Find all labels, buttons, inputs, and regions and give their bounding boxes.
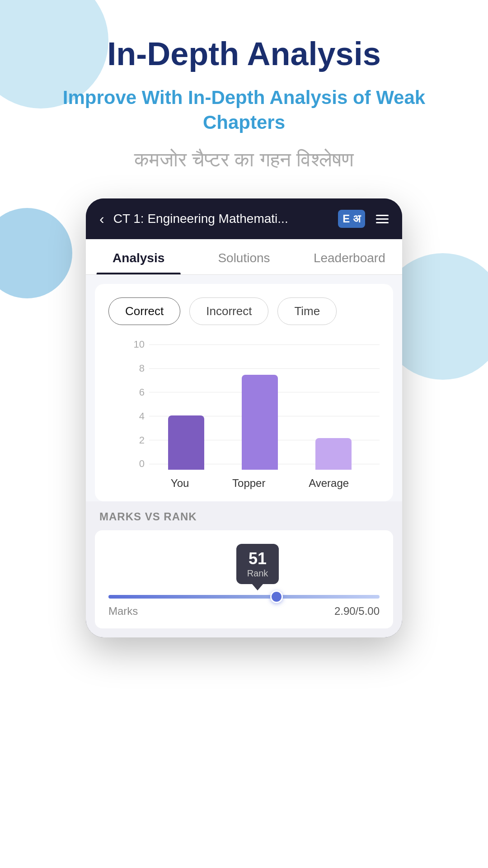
bar-labels-row: You Topper Average [149,477,371,490]
slider-track[interactable] [108,595,380,599]
rank-indicator: 51 Rank [108,544,380,584]
menu-icon[interactable] [376,215,389,223]
bar-you-group [168,415,204,470]
marks-rank-section: MARKS VS RANK 51 Rank [86,501,402,637]
header-icons: E अ [338,210,389,228]
main-title: In-Depth Analysis [107,36,380,72]
grid-label-10: 10 [127,339,145,350]
bar-label-you: You [171,477,189,490]
menu-line-3 [376,222,389,223]
grid-label-4: 4 [127,410,145,422]
filter-incorrect[interactable]: Incorrect [189,297,268,325]
phone-mockup: ‹ CT 1: Engineering Mathemati... E अ Ana… [86,198,402,637]
phone-header: ‹ CT 1: Engineering Mathemati... E अ [86,198,402,239]
bar-average [315,438,352,470]
subtitle-hindi: कमजोर चैप्टर का गहन विश्लेषण [107,148,381,171]
tabs-bar: Analysis Solutions Leaderboard [86,239,402,275]
grid-label-6: 6 [127,387,145,398]
bar-chart: 10 8 6 4 [108,339,380,492]
bar-topper [242,375,278,470]
rank-label: Rank [247,568,268,579]
chart-section: Correct Incorrect Time 10 8 [95,284,393,501]
slider-thumb[interactable] [270,590,283,603]
grid-label-8: 8 [127,363,145,374]
grid-label-0: 0 [127,458,145,470]
marks-label: Marks [108,605,138,618]
back-button[interactable]: ‹ [99,211,104,227]
bar-average-group [315,438,352,470]
phone-body: Analysis Solutions Leaderboard Correct I… [86,239,402,637]
header-title: CT 1: Engineering Mathemati... [113,212,338,226]
marks-rank-title: MARKS VS RANK [95,510,393,523]
rank-number: 51 [249,549,267,568]
marks-rank-card: 51 Rank Marks 2.90/5.00 [95,530,393,628]
bar-topper-group [242,375,278,470]
menu-line-2 [376,218,389,220]
tab-solutions[interactable]: Solutions [191,239,296,274]
menu-line-1 [376,215,389,216]
slider-footer: Marks 2.90/5.00 [108,605,380,618]
tab-analysis[interactable]: Analysis [86,239,191,274]
bars-container [149,339,371,470]
subtitle-english: Improve With In-Depth Analysis of Weak C… [0,85,488,135]
grid-label-2: 2 [127,434,145,446]
bar-label-topper: Topper [232,477,265,490]
rank-bubble: 51 Rank [236,544,279,584]
bar-label-average: Average [309,477,349,490]
marks-value: 2.90/5.00 [334,605,380,618]
bar-you [168,415,204,470]
book-icon[interactable]: E अ [338,210,365,228]
filter-correct[interactable]: Correct [108,297,180,325]
slider-container: Marks 2.90/5.00 [108,595,380,618]
tab-leaderboard[interactable]: Leaderboard [297,239,402,274]
filter-time[interactable]: Time [277,297,337,325]
filter-buttons: Correct Incorrect Time [108,297,380,325]
